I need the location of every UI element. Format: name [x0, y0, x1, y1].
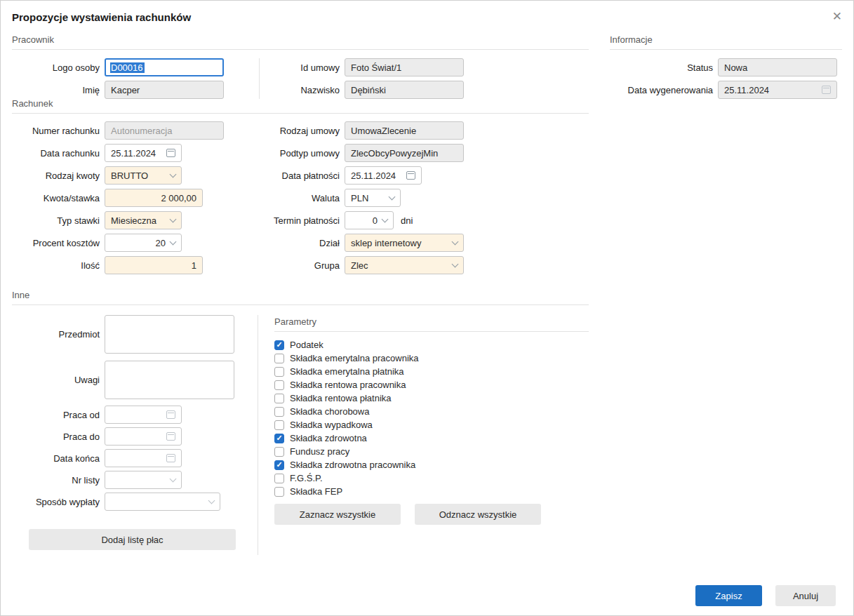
typ-stawki-select[interactable]: Miesieczna [105, 211, 182, 229]
przedmiot-label: Przedmiot [12, 329, 100, 340]
data-rachunku-date-input[interactable]: 25.11.2024 [105, 144, 182, 162]
checkbox-unchecked-icon[interactable] [274, 487, 284, 497]
praca-od-date-input[interactable] [105, 406, 182, 424]
field-row-numer-rachunku: Numer rachunku Autonumeracja [12, 121, 224, 140]
dzial-select[interactable]: sklep internetowy [345, 234, 464, 252]
termin-platnosci-select[interactable]: 0 [345, 211, 394, 229]
checkbox-unchecked-icon[interactable] [274, 394, 284, 403]
rodzaj-kwoty-select[interactable]: BRUTTO [105, 166, 182, 185]
id-umowy-input[interactable]: Foto Świat/1 [345, 58, 464, 76]
parameter-checkbox-row[interactable]: Składka rentowa pracownika [274, 378, 419, 391]
chevron-down-icon [208, 497, 215, 504]
sposob-wyplaty-label: Sposób wypłaty [12, 497, 100, 507]
inne-column-divider [258, 315, 258, 555]
logo-osoby-selected-value: D00016 [110, 62, 145, 73]
data-platnosci-value: 25.11.2024 [351, 170, 396, 181]
parameter-checkbox-label: Fundusz pracy [290, 446, 349, 457]
field-row-przedmiot: Przedmiot [12, 315, 234, 354]
nr-listy-select[interactable] [105, 471, 182, 489]
calendar-icon [822, 86, 831, 94]
field-row-procent-kosztow: Procent kosztów 20 [12, 234, 182, 252]
checkbox-unchecked-icon[interactable] [274, 354, 284, 363]
field-row-nazwisko: Nazwisko Dębiński [265, 81, 464, 99]
chevron-down-icon [389, 193, 396, 200]
imie-input[interactable]: Kacper [105, 81, 224, 99]
nazwisko-label: Nazwisko [265, 85, 340, 95]
close-icon[interactable]: ✕ [832, 11, 842, 22]
field-row-imie: Imię Kacper [12, 81, 224, 99]
zaznacz-wszystkie-button[interactable]: Zaznacz wszystkie [274, 504, 401, 525]
checkbox-unchecked-icon[interactable] [274, 380, 284, 390]
chevron-down-icon [452, 260, 459, 267]
section-parametry-header: Parametry [274, 316, 589, 332]
parameter-checkbox-row[interactable]: Składka emerytalna pracownika [274, 351, 419, 365]
parameter-checkbox-row[interactable]: ✓Składka zdrowotna [274, 431, 419, 445]
parameter-checkbox-label: Składka rentowa pracownika [290, 380, 406, 390]
checkbox-unchecked-icon[interactable] [274, 447, 284, 457]
termin-platnosci-label: Termin płatności [265, 215, 340, 226]
parameter-checkbox-label: Składka emerytalna pracownika [290, 353, 419, 363]
typ-stawki-label: Typ stawki [12, 215, 100, 226]
sposob-wyplaty-select[interactable] [105, 493, 220, 511]
checkbox-checked-icon[interactable]: ✓ [274, 434, 284, 443]
calendar-icon [406, 171, 415, 180]
chevron-down-icon [452, 238, 459, 245]
rodzaj-umowy-input[interactable]: UmowaZlecenie [345, 121, 464, 140]
anuluj-button[interactable]: Anuluj [775, 585, 836, 606]
grupa-select[interactable]: Zlec [345, 256, 464, 274]
zapisz-button[interactable]: Zapisz [695, 585, 762, 606]
uwagi-textarea[interactable] [105, 361, 234, 399]
nr-listy-label: Nr listy [12, 475, 100, 486]
przedmiot-textarea[interactable] [105, 315, 234, 354]
dzial-label: Dział [265, 238, 340, 248]
field-row-termin-platnosci: Termin płatności 0 dni [265, 211, 413, 229]
checkbox-unchecked-icon[interactable] [274, 420, 284, 430]
kwota-stawka-input[interactable]: 2 000,00 [105, 189, 203, 207]
calendar-icon [166, 432, 175, 441]
praca-do-date-input[interactable] [105, 427, 182, 446]
checkbox-checked-icon[interactable]: ✓ [274, 460, 284, 470]
dodaj-liste-plac-button[interactable]: Dodaj listę płac [29, 529, 236, 550]
logo-osoby-label: Logo osoby [12, 62, 100, 73]
odznacz-wszystkie-button[interactable]: Odznacz wszystkie [415, 504, 541, 525]
parameter-checkbox-row[interactable]: Składka FEP [274, 485, 419, 498]
parameter-checkbox-row[interactable]: ✓Składka zdrowotna pracownika [274, 458, 419, 471]
praca-do-label: Praca do [12, 431, 100, 442]
data-rachunku-value: 25.11.2024 [111, 148, 156, 159]
rodzaj-kwoty-value: BRUTTO [111, 170, 148, 181]
pracownik-column-divider [259, 58, 260, 99]
status-input[interactable]: Nowa [718, 58, 837, 76]
numer-rachunku-input[interactable]: Autonumeracja [105, 121, 224, 140]
parameter-checkbox-row[interactable]: Składka chorobowa [274, 405, 419, 418]
checkbox-checked-icon[interactable]: ✓ [274, 340, 284, 350]
parameter-checkbox-row[interactable]: Fundusz pracy [274, 445, 419, 458]
section-pracownik-header: Pracownik [12, 34, 589, 50]
parameter-checkbox-row[interactable]: Składka rentowa płatnika [274, 391, 419, 405]
field-row-waluta: Waluta PLN [265, 189, 401, 207]
data-konca-date-input[interactable] [105, 449, 182, 467]
checkbox-unchecked-icon[interactable] [274, 474, 284, 483]
parameter-checkbox-row[interactable]: Składka wypadkowa [274, 418, 419, 431]
data-rachunku-label: Data rachunku [12, 148, 100, 159]
data-platnosci-date-input[interactable]: 25.11.2024 [345, 166, 422, 185]
logo-osoby-input[interactable]: D00016 [105, 58, 224, 76]
parameter-checkbox-row[interactable]: Składka emerytalna płatnika [274, 365, 419, 378]
nazwisko-input[interactable]: Dębiński [345, 81, 464, 99]
ilosc-label: Ilość [12, 260, 100, 271]
parameter-checkbox-row[interactable]: ✓Podatek [274, 338, 419, 351]
field-row-rodzaj-kwoty: Rodzaj kwoty BRUTTO [12, 166, 182, 185]
data-wygenerowania-date-input[interactable]: 25.11.2024 [718, 81, 837, 99]
checkbox-unchecked-icon[interactable] [274, 407, 284, 417]
checkbox-unchecked-icon[interactable] [274, 367, 284, 377]
parameter-checkbox-row[interactable]: F.G.Ś.P. [274, 471, 419, 485]
field-row-uwagi: Uwagi [12, 361, 234, 399]
kwota-stawka-label: Kwota/stawka [12, 193, 100, 203]
field-row-id-umowy: Id umowy Foto Świat/1 [265, 58, 464, 76]
data-platnosci-label: Data płatności [265, 170, 340, 181]
data-wygenerowania-label: Data wygenerowania [610, 85, 713, 95]
ilosc-input[interactable]: 1 [105, 256, 203, 274]
waluta-select[interactable]: PLN [345, 189, 401, 207]
waluta-value: PLN [351, 193, 368, 203]
procent-kosztow-select[interactable]: 20 [105, 234, 182, 252]
podtyp-umowy-input[interactable]: ZlecObcyPowyzejMin [345, 144, 464, 162]
